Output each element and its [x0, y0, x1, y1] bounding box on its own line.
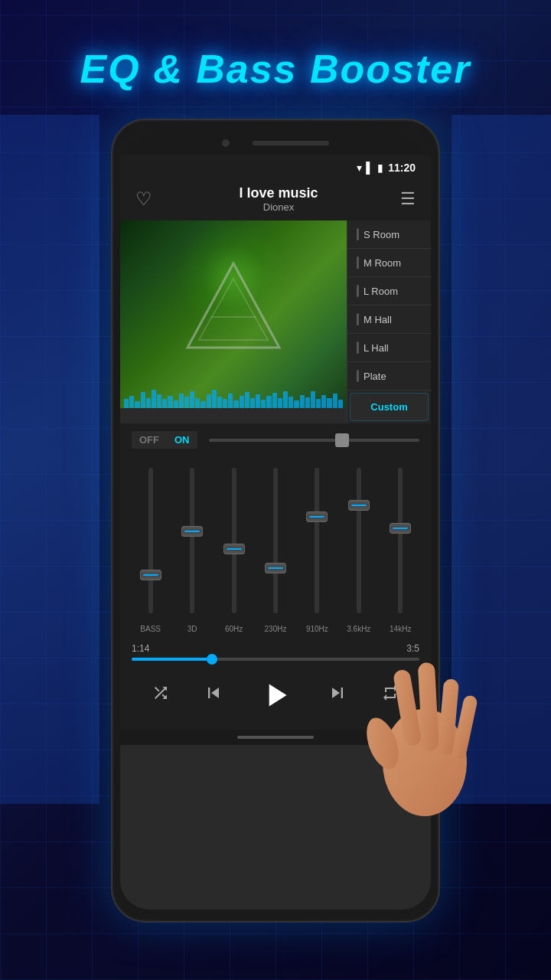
album-art — [120, 220, 347, 408]
eq-band-910hz[interactable] — [298, 464, 336, 617]
wifi-icon — [357, 161, 362, 175]
progress-section: 1:14 3:5 — [120, 637, 431, 667]
progress-dot[interactable] — [207, 654, 217, 665]
repeat-button[interactable] — [381, 684, 399, 707]
signal-icon — [366, 161, 373, 175]
eq-band-230hz[interactable] — [256, 464, 294, 617]
14khz-handle[interactable] — [390, 523, 411, 534]
eq-toggle[interactable]: OFF ON — [132, 431, 197, 449]
song-artist: Dionex — [239, 201, 318, 213]
left-decoration — [0, 115, 99, 804]
status-icons — [357, 161, 383, 175]
preset-l-hall[interactable]: L Hall — [347, 334, 431, 362]
eq-band-bass[interactable] — [132, 464, 169, 617]
prev-button[interactable] — [203, 682, 224, 708]
eq-intensity-track[interactable] — [209, 439, 420, 442]
60hz-handle[interactable] — [223, 544, 245, 554]
battery-icon — [377, 161, 383, 175]
player-controls — [120, 667, 431, 730]
preset-indicator — [357, 341, 359, 354]
phone-screen: 11:20 ♡ I love music Dionex ☰ — [120, 132, 431, 910]
song-title: I love music — [239, 185, 318, 201]
bass-handle-line — [143, 574, 158, 576]
eq-sliders — [120, 456, 431, 625]
preset-indicator — [357, 256, 359, 269]
14khz-handle-line — [393, 528, 408, 529]
eq-band-60hz[interactable] — [215, 464, 253, 617]
camera-dot — [222, 139, 230, 147]
toggle-bar: OFF ON — [120, 423, 431, 456]
label-60hz: 60Hz — [215, 625, 253, 633]
waveform — [120, 385, 347, 408]
label-3d: 3D — [173, 625, 210, 633]
preset-indicator — [357, 313, 359, 325]
speaker-bar — [253, 141, 329, 145]
36khz-handle-line — [351, 505, 367, 506]
current-time: 1:14 — [132, 643, 149, 654]
status-time: 11:20 — [388, 162, 416, 174]
preset-m-room[interactable]: M Room — [347, 249, 431, 277]
toggle-off-label: OFF — [132, 431, 167, 449]
preset-indicator — [357, 285, 359, 297]
preset-plate[interactable]: Plate — [347, 362, 431, 390]
right-decoration — [452, 115, 551, 804]
progress-fill — [132, 658, 212, 661]
3d-track[interactable] — [190, 468, 194, 613]
status-bar: 11:20 — [120, 155, 431, 178]
album-triangle-logo — [180, 256, 287, 363]
14khz-track[interactable] — [398, 468, 403, 613]
label-bass: BASS — [132, 625, 169, 633]
app-title: EQ & Bass Booster — [0, 46, 551, 92]
bass-handle[interactable] — [140, 570, 161, 580]
3d-handle-line — [184, 531, 200, 532]
heart-icon[interactable]: ♡ — [135, 188, 157, 210]
eq-band-36khz[interactable] — [340, 464, 377, 617]
eq-labels: BASS 3D 60Hz 230Hz 910Hz 3.6kHz 14kHz — [120, 625, 431, 637]
bass-track[interactable] — [148, 468, 153, 613]
910hz-handle-line — [309, 516, 324, 518]
play-button[interactable] — [256, 676, 295, 714]
3d-handle[interactable] — [181, 526, 203, 537]
preset-indicator — [357, 370, 359, 382]
910hz-track[interactable] — [315, 468, 319, 613]
progress-bar[interactable] — [132, 658, 419, 661]
bottom-bar — [120, 730, 431, 745]
eq-intensity-thumb[interactable] — [335, 433, 349, 447]
home-indicator[interactable] — [237, 736, 314, 739]
phone-container: 11:20 ♡ I love music Dionex ☰ — [111, 119, 440, 923]
progress-times: 1:14 3:5 — [132, 643, 419, 654]
230hz-handle-line — [268, 567, 283, 569]
eq-band-3d[interactable] — [173, 464, 210, 617]
60hz-track[interactable] — [232, 468, 236, 613]
song-info: I love music Dionex — [239, 185, 318, 213]
36khz-track[interactable] — [357, 468, 361, 613]
preset-custom[interactable]: Custom — [350, 393, 429, 421]
total-time: 3:5 — [406, 643, 419, 654]
preset-l-room[interactable]: L Room — [347, 277, 431, 305]
preset-m-hall[interactable]: M Hall — [347, 305, 431, 334]
eq-preset-list: S Room M Room L Room M Hall L Hall — [347, 220, 431, 423]
main-area: S Room M Room L Room M Hall L Hall — [120, 220, 431, 423]
preset-s-room[interactable]: S Room — [347, 220, 431, 249]
230hz-track[interactable] — [273, 468, 278, 613]
label-14khz: 14kHz — [382, 625, 419, 633]
label-36khz: 3.6kHz — [340, 625, 377, 633]
label-910hz: 910Hz — [298, 625, 336, 633]
shuffle-button[interactable] — [152, 684, 170, 707]
label-230hz: 230Hz — [256, 625, 294, 633]
eq-band-14khz[interactable] — [382, 464, 419, 617]
top-nav: ♡ I love music Dionex ☰ — [120, 178, 431, 220]
next-button[interactable] — [327, 682, 348, 708]
phone-top-bar — [120, 132, 431, 155]
60hz-handle-line — [227, 548, 242, 550]
910hz-handle[interactable] — [306, 511, 328, 522]
preset-indicator — [357, 228, 359, 240]
toggle-on-label: ON — [167, 431, 197, 449]
menu-icon[interactable]: ☰ — [400, 189, 416, 209]
album-section — [120, 220, 347, 423]
36khz-handle[interactable] — [348, 500, 370, 511]
230hz-handle[interactable] — [265, 563, 286, 573]
